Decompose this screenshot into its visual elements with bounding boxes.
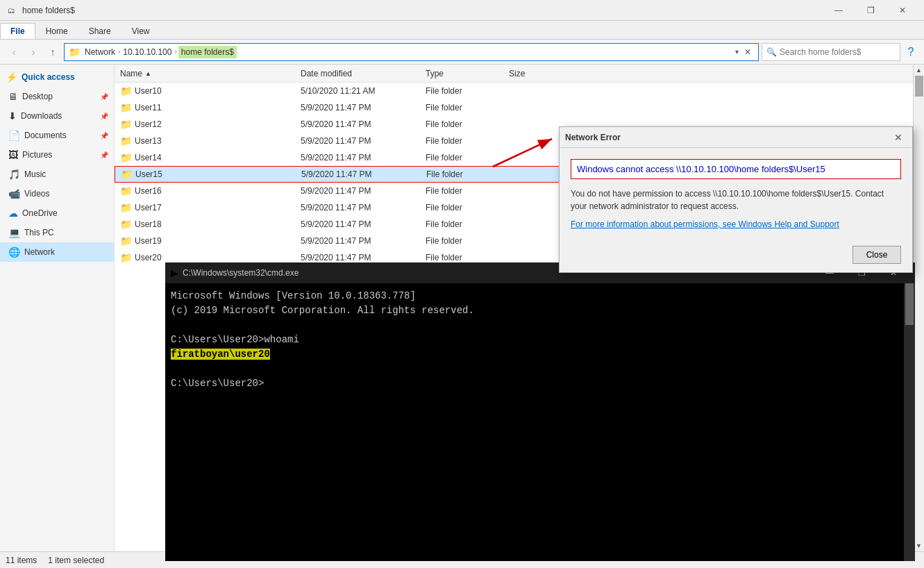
- window-icon: 🗂: [6, 5, 17, 16]
- file-type: File folder: [420, 219, 503, 229]
- dialog-title-bar: Network Error ✕: [560, 127, 912, 148]
- path-clear-btn[interactable]: ✕: [741, 47, 754, 57]
- sidebar-videos-label: Videos: [24, 189, 108, 199]
- sidebar-pictures-label: Pictures: [22, 150, 96, 160]
- sidebar-item-videos[interactable]: 📹 Videos: [0, 184, 114, 203]
- folder-icon: 📁: [121, 169, 133, 180]
- folder-icon: 📁: [120, 85, 132, 97]
- sidebar-downloads-label: Downloads: [21, 111, 96, 121]
- dialog-close-button[interactable]: Close: [852, 246, 901, 264]
- quick-access-icon: ⚡: [6, 72, 17, 83]
- address-path[interactable]: 📁 Network › 10.10.10.100 › home folders$…: [64, 43, 759, 61]
- file-type: File folder: [420, 86, 503, 96]
- sidebar-desktop-label: Desktop: [22, 92, 96, 101]
- dialog-help-link[interactable]: For more information about permissions, …: [571, 219, 839, 229]
- file-type: File folder: [420, 119, 503, 129]
- close-button[interactable]: ✕: [887, 0, 918, 21]
- cmd-content[interactable]: Microsoft Windows [Version 10.0.18363.77…: [165, 283, 915, 561]
- tab-share[interactable]: Share: [78, 23, 121, 39]
- cmd-window: ▶ C:\Windows\system32\cmd.exe — ❐ ✕ Micr…: [165, 262, 915, 561]
- sidebar-quick-access-header: ⚡ Quick access: [0, 67, 114, 87]
- file-date: 5/10/2020 11:21 AM: [295, 86, 420, 96]
- path-folder[interactable]: home folders$: [178, 46, 237, 58]
- pin-icon-dl: 📌: [100, 112, 108, 120]
- folder-icon: 📁: [120, 219, 132, 230]
- col-header-type[interactable]: Type: [420, 65, 503, 82]
- tab-home[interactable]: Home: [35, 23, 78, 39]
- file-date: 5/9/2020 11:47 PM: [295, 103, 420, 112]
- file-type: File folder: [420, 153, 503, 162]
- dialog-error-message: You do not have permission to access \\1…: [571, 187, 901, 212]
- col-header-date[interactable]: Date modified: [295, 65, 420, 82]
- sidebar-item-network[interactable]: 🌐 Network: [0, 242, 114, 262]
- file-date: 5/9/2020 11:47 PM: [295, 253, 420, 262]
- file-name: User14: [135, 153, 162, 162]
- folder-icon: 📁: [120, 252, 132, 263]
- title-bar-icons: 🗂: [6, 5, 17, 16]
- table-row[interactable]: 📁 User11 5/9/2020 11:47 PM File folder: [115, 99, 913, 116]
- file-type: File folder: [421, 169, 504, 179]
- search-box[interactable]: 🔍: [762, 43, 900, 61]
- pictures-icon: 🖼: [8, 149, 18, 160]
- folder-icon: 📁: [120, 135, 132, 147]
- dialog-error-path: Windows cannot access \\10.10.10.100\hom…: [571, 159, 901, 179]
- file-type: File folder: [420, 103, 503, 112]
- sidebar-item-pictures[interactable]: 🖼 Pictures 📌: [0, 145, 114, 165]
- file-name: User12: [135, 119, 162, 129]
- music-icon: 🎵: [8, 169, 20, 180]
- tab-file[interactable]: File: [0, 23, 35, 39]
- file-name: User13: [135, 136, 162, 146]
- selected-count: 1 item selected: [48, 556, 104, 565]
- scroll-up-btn[interactable]: ▲: [914, 65, 925, 76]
- maximize-button[interactable]: ❐: [855, 0, 887, 21]
- sidebar-item-thispc[interactable]: 💻 This PC: [0, 223, 114, 242]
- path-network[interactable]: Network: [83, 47, 117, 57]
- file-date: 5/9/2020 11:47 PM: [295, 136, 420, 146]
- file-name: User20: [135, 253, 162, 262]
- back-button[interactable]: ‹: [6, 44, 22, 60]
- sidebar: ⚡ Quick access 🖥 Desktop 📌 ⬇ Downloads 📌…: [0, 65, 115, 551]
- col-header-size[interactable]: Size: [503, 65, 559, 82]
- network-icon: 🌐: [8, 247, 20, 258]
- file-date: 5/9/2020 11:47 PM: [295, 219, 420, 229]
- cmd-scrollbar[interactable]: [904, 283, 915, 561]
- dialog-close-x-button[interactable]: ✕: [890, 129, 907, 146]
- sidebar-item-music[interactable]: 🎵 Music: [0, 165, 114, 184]
- pin-icon: 📌: [100, 93, 108, 101]
- help-button[interactable]: ?: [903, 44, 918, 60]
- cmd-line-7: C:\Users\User20>: [171, 376, 909, 391]
- forward-button[interactable]: ›: [25, 44, 42, 60]
- sidebar-item-downloads[interactable]: ⬇ Downloads 📌: [0, 106, 114, 126]
- file-date: 5/9/2020 11:47 PM: [295, 186, 420, 196]
- cmd-line-6: [171, 362, 909, 376]
- cmd-line-2: (c) 2019 Microsoft Corporation. All righ…: [171, 303, 909, 318]
- up-button[interactable]: ↑: [44, 44, 61, 60]
- scroll-thumb[interactable]: [915, 76, 923, 97]
- address-bar: ‹ › ↑ 📁 Network › 10.10.10.100 › home fo…: [0, 40, 924, 65]
- path-dropdown-btn[interactable]: ▾: [732, 48, 741, 56]
- file-type: File folder: [420, 203, 503, 212]
- cmd-scrollbar-thumb[interactable]: [905, 283, 914, 325]
- file-type: File folder: [420, 136, 503, 146]
- sidebar-item-desktop[interactable]: 🖥 Desktop 📌: [0, 87, 114, 106]
- file-name: User11: [135, 103, 162, 112]
- dialog-footer: Close: [560, 240, 912, 272]
- minimize-button[interactable]: —: [823, 0, 855, 21]
- scroll-track[interactable]: [914, 76, 924, 540]
- table-row[interactable]: 📁 User10 5/10/2020 11:21 AM File folder: [115, 83, 913, 99]
- sidebar-music-label: Music: [24, 169, 108, 179]
- sort-arrow: ▲: [145, 70, 151, 77]
- col-header-name[interactable]: Name ▲: [115, 65, 295, 82]
- file-name: User19: [135, 236, 162, 246]
- column-headers: Name ▲ Date modified Type Size: [115, 65, 913, 83]
- file-name: User18: [135, 219, 162, 229]
- path-ip[interactable]: 10.10.10.100: [121, 47, 173, 57]
- item-count: 11 items: [6, 556, 37, 565]
- sidebar-item-documents[interactable]: 📄 Documents 📌: [0, 126, 114, 145]
- tab-view[interactable]: View: [121, 23, 160, 39]
- sidebar-item-onedrive[interactable]: ☁ OneDrive: [0, 203, 114, 223]
- file-type: File folder: [420, 253, 503, 262]
- search-icon: 🔍: [766, 47, 777, 57]
- search-input[interactable]: [780, 47, 896, 57]
- file-date: 5/9/2020 11:47 PM: [295, 119, 420, 129]
